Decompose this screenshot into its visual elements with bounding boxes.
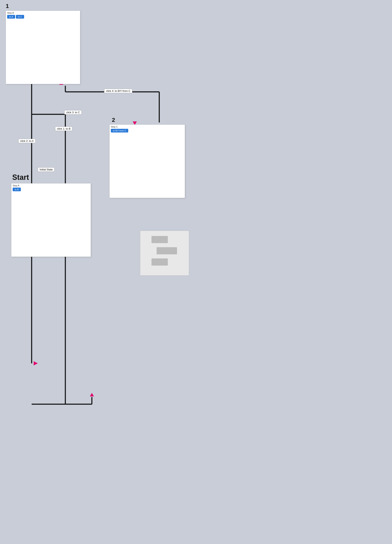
step-number-2: 2 xyxy=(112,117,115,123)
mini-block-1 xyxy=(151,236,168,243)
step-a-to-b-button[interactable]: to B xyxy=(13,188,21,191)
mini-block-3 xyxy=(151,258,168,266)
click1-label: click 1: to B xyxy=(55,127,72,131)
initial-state-label: Initial State xyxy=(38,167,54,172)
click4-label: click 4: to B!!! from C xyxy=(104,89,132,93)
svg-marker-12 xyxy=(90,393,94,396)
step-c-to-b-button[interactable]: to B!!! from C xyxy=(111,129,128,132)
step-b-card: Step B to A to C xyxy=(6,11,80,84)
step-number-1: 1 xyxy=(6,3,9,9)
step-a-card: Step A to B xyxy=(11,183,91,257)
step-b-buttons: to A to C xyxy=(6,14,80,20)
mini-block-2 xyxy=(157,247,177,254)
mini-thumbnail xyxy=(140,231,189,276)
step-b-to-c-button[interactable]: to C xyxy=(16,15,24,18)
click2-label: click 2: to A xyxy=(18,139,36,143)
step-a-label: Step A xyxy=(12,183,91,187)
step-b-label: Step B xyxy=(6,11,80,14)
step-c-buttons: to B!!! from C xyxy=(110,128,185,134)
step-a-buttons: to B xyxy=(12,187,91,193)
step-b-to-a-button[interactable]: to A xyxy=(7,15,15,18)
start-label: Start xyxy=(12,173,29,182)
step-c-label: Step C xyxy=(110,125,185,128)
click3-label: click 3: to C xyxy=(64,110,82,114)
svg-marker-8 xyxy=(34,361,38,365)
step-c-card: Step C to B!!! from C xyxy=(109,124,185,198)
